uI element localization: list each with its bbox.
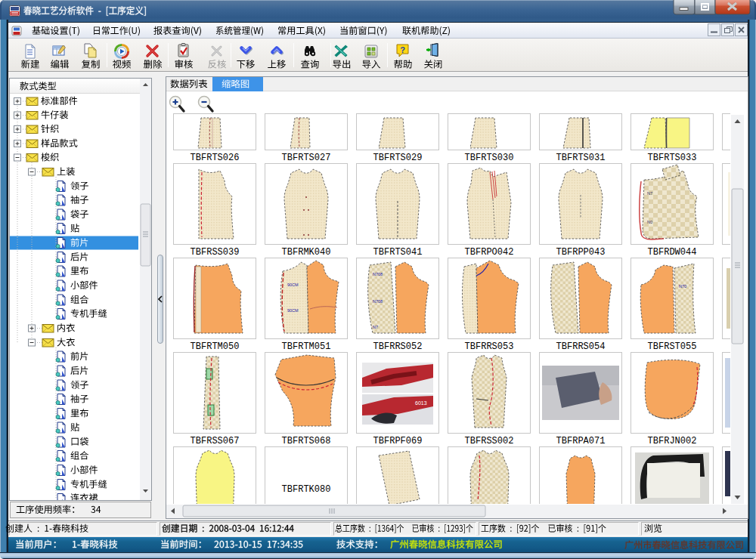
svg-text:TBFRJN002: TBFRJN002	[648, 436, 697, 446]
svg-text:TBFRPF069: TBFRPF069	[373, 436, 423, 446]
svg-text:TBFRTS041: TBFRTS041	[373, 247, 423, 258]
svg-text:TBFRMK040: TBFRMK040	[282, 247, 331, 258]
svg-text:90CM: 90CM	[287, 283, 299, 287]
svg-text:TBFRPP043: TBFRPP043	[556, 247, 606, 258]
svg-text:TBFRTS027: TBFRTS027	[282, 153, 331, 163]
svg-text:N7: N7	[647, 191, 652, 196]
svg-text:TBFRSS002: TBFRSS002	[465, 436, 514, 446]
svg-text:TBFRTS068: TBFRTS068	[282, 436, 331, 446]
svg-text:TBFRTS031: TBFRTS031	[556, 153, 606, 163]
svg-text:N708: N708	[373, 272, 383, 276]
svg-text:TBFRRS053: TBFRRS053	[465, 341, 514, 352]
svg-text:TBFRST055: TBFRST055	[648, 341, 697, 352]
svg-text:TBFRTS030: TBFRTS030	[465, 153, 514, 163]
svg-text:TBFRTS033: TBFRTS033	[648, 153, 697, 163]
svg-text:TBFRTS026: TBFRTS026	[191, 153, 240, 163]
svg-text:N0: N0	[647, 220, 652, 224]
svg-text:TBFRPA071: TBFRPA071	[556, 436, 606, 446]
svg-text:TBFRTS029: TBFRTS029	[373, 153, 423, 163]
svg-text:TBFRRS052: TBFRRS052	[373, 341, 423, 352]
svg-text:TBFRRS054: TBFRRS054	[556, 341, 606, 352]
svg-text:TBFRDW044: TBFRDW044	[648, 247, 697, 258]
svg-text:90CM: 90CM	[287, 308, 299, 313]
svg-text:TBFRPO042: TBFRPO042	[465, 247, 514, 258]
svg-text:6013: 6013	[415, 400, 427, 406]
svg-text:TBFRSS067: TBFRSS067	[191, 436, 240, 446]
svg-text:TBFRTM050: TBFRTM050	[191, 341, 240, 352]
svg-text:N708: N708	[373, 299, 383, 304]
svg-text:TBFRTM051: TBFRTM051	[282, 341, 331, 352]
svg-text:?: ?	[400, 45, 405, 54]
svg-text:TBFRSS039: TBFRSS039	[191, 247, 240, 258]
svg-text:N7: N7	[373, 325, 378, 329]
svg-text:N70: N70	[679, 284, 686, 289]
svg-text:TBFRTK080: TBFRTK080	[282, 484, 331, 495]
